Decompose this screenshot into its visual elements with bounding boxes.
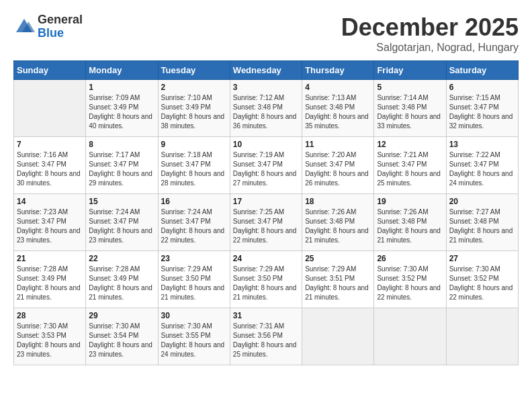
day-detail: Sunrise: 7:31 AMSunset: 3:56 PMDaylight:… xyxy=(233,322,299,359)
calendar-cell: 2Sunrise: 7:10 AMSunset: 3:49 PMDaylight… xyxy=(158,80,230,137)
day-number: 31 xyxy=(233,311,299,320)
calendar-cell: 20Sunrise: 7:27 AMSunset: 3:48 PMDayligh… xyxy=(446,194,518,251)
day-number: 12 xyxy=(377,140,443,149)
day-number: 14 xyxy=(17,197,83,206)
logo-text: General Blue xyxy=(38,13,83,40)
day-number: 9 xyxy=(161,140,227,149)
column-header-wednesday: Wednesday xyxy=(230,61,302,80)
title-block: December 2025 Salgotarjan, Nograd, Hunga… xyxy=(341,13,519,54)
calendar-cell: 21Sunrise: 7:28 AMSunset: 3:49 PMDayligh… xyxy=(14,251,86,308)
calendar-cell: 10Sunrise: 7:19 AMSunset: 3:47 PMDayligh… xyxy=(230,137,302,194)
calendar-cell: 24Sunrise: 7:29 AMSunset: 3:50 PMDayligh… xyxy=(230,251,302,308)
calendar-cell: 28Sunrise: 7:30 AMSunset: 3:53 PMDayligh… xyxy=(14,308,86,365)
calendar-cell: 12Sunrise: 7:21 AMSunset: 3:47 PMDayligh… xyxy=(374,137,446,194)
day-detail: Sunrise: 7:24 AMSunset: 3:47 PMDaylight:… xyxy=(89,208,154,245)
day-number: 10 xyxy=(233,140,299,149)
calendar-cell: 27Sunrise: 7:30 AMSunset: 3:52 PMDayligh… xyxy=(446,251,518,308)
day-detail: Sunrise: 7:17 AMSunset: 3:47 PMDaylight:… xyxy=(89,150,154,188)
day-detail: Sunrise: 7:29 AMSunset: 3:51 PMDaylight:… xyxy=(305,265,371,302)
day-number: 18 xyxy=(305,197,371,206)
calendar-cell: 5Sunrise: 7:14 AMSunset: 3:48 PMDaylight… xyxy=(374,80,446,137)
calendar-cell: 25Sunrise: 7:29 AMSunset: 3:51 PMDayligh… xyxy=(302,251,374,308)
page-header: General Blue December 2025 Salgotarjan, … xyxy=(13,13,519,54)
calendar-cell: 26Sunrise: 7:30 AMSunset: 3:52 PMDayligh… xyxy=(374,251,446,308)
calendar-cell: 9Sunrise: 7:18 AMSunset: 3:47 PMDaylight… xyxy=(158,137,230,194)
day-number: 11 xyxy=(305,140,371,149)
calendar-week-row: 1Sunrise: 7:09 AMSunset: 3:49 PMDaylight… xyxy=(14,80,519,137)
calendar-cell xyxy=(374,308,446,365)
day-detail: Sunrise: 7:30 AMSunset: 3:52 PMDaylight:… xyxy=(449,265,515,302)
calendar-cell: 29Sunrise: 7:30 AMSunset: 3:54 PMDayligh… xyxy=(86,308,158,365)
day-number: 2 xyxy=(161,83,227,92)
day-number: 27 xyxy=(449,254,515,263)
column-header-tuesday: Tuesday xyxy=(158,61,230,80)
calendar-cell: 31Sunrise: 7:31 AMSunset: 3:56 PMDayligh… xyxy=(230,308,302,365)
calendar-table: SundayMondayTuesdayWednesdayThursdayFrid… xyxy=(13,60,519,365)
calendar-cell xyxy=(446,308,518,365)
day-number: 19 xyxy=(377,197,443,206)
day-detail: Sunrise: 7:25 AMSunset: 3:47 PMDaylight:… xyxy=(233,208,299,245)
column-header-monday: Monday xyxy=(86,61,158,80)
day-number: 30 xyxy=(161,311,227,320)
day-number: 17 xyxy=(233,197,299,206)
calendar-cell: 11Sunrise: 7:20 AMSunset: 3:47 PMDayligh… xyxy=(302,137,374,194)
day-number: 29 xyxy=(89,311,154,320)
day-detail: Sunrise: 7:15 AMSunset: 3:47 PMDaylight:… xyxy=(449,93,515,131)
calendar-cell: 14Sunrise: 7:23 AMSunset: 3:47 PMDayligh… xyxy=(14,194,86,251)
day-number: 28 xyxy=(17,311,83,320)
calendar-cell: 13Sunrise: 7:22 AMSunset: 3:47 PMDayligh… xyxy=(446,137,518,194)
calendar-cell: 19Sunrise: 7:26 AMSunset: 3:48 PMDayligh… xyxy=(374,194,446,251)
day-number: 4 xyxy=(305,83,371,92)
calendar-cell: 22Sunrise: 7:28 AMSunset: 3:49 PMDayligh… xyxy=(86,251,158,308)
day-number: 21 xyxy=(17,254,83,263)
calendar-cell: 3Sunrise: 7:12 AMSunset: 3:48 PMDaylight… xyxy=(230,80,302,137)
day-detail: Sunrise: 7:27 AMSunset: 3:48 PMDaylight:… xyxy=(449,208,515,245)
logo-icon xyxy=(13,16,35,38)
day-detail: Sunrise: 7:23 AMSunset: 3:47 PMDaylight:… xyxy=(17,208,83,245)
calendar-cell xyxy=(14,80,86,137)
day-number: 6 xyxy=(449,83,515,92)
day-number: 1 xyxy=(89,83,154,92)
day-detail: Sunrise: 7:14 AMSunset: 3:48 PMDaylight:… xyxy=(377,93,443,131)
calendar-cell: 4Sunrise: 7:13 AMSunset: 3:48 PMDaylight… xyxy=(302,80,374,137)
day-detail: Sunrise: 7:28 AMSunset: 3:49 PMDaylight:… xyxy=(17,265,83,302)
calendar-cell: 15Sunrise: 7:24 AMSunset: 3:47 PMDayligh… xyxy=(86,194,158,251)
column-header-friday: Friday xyxy=(374,61,446,80)
calendar-cell: 23Sunrise: 7:29 AMSunset: 3:50 PMDayligh… xyxy=(158,251,230,308)
day-detail: Sunrise: 7:13 AMSunset: 3:48 PMDaylight:… xyxy=(305,93,371,131)
column-header-sunday: Sunday xyxy=(14,61,86,80)
calendar-cell: 1Sunrise: 7:09 AMSunset: 3:49 PMDaylight… xyxy=(86,80,158,137)
calendar-cell: 7Sunrise: 7:16 AMSunset: 3:47 PMDaylight… xyxy=(14,137,86,194)
day-number: 23 xyxy=(161,254,227,263)
day-detail: Sunrise: 7:09 AMSunset: 3:49 PMDaylight:… xyxy=(89,93,154,131)
day-detail: Sunrise: 7:29 AMSunset: 3:50 PMDaylight:… xyxy=(161,265,227,302)
calendar-cell: 6Sunrise: 7:15 AMSunset: 3:47 PMDaylight… xyxy=(446,80,518,137)
day-number: 3 xyxy=(233,83,299,92)
calendar-cell xyxy=(302,308,374,365)
calendar-week-row: 28Sunrise: 7:30 AMSunset: 3:53 PMDayligh… xyxy=(14,308,519,365)
calendar-cell: 16Sunrise: 7:24 AMSunset: 3:47 PMDayligh… xyxy=(158,194,230,251)
day-number: 7 xyxy=(17,140,83,149)
calendar-cell: 18Sunrise: 7:26 AMSunset: 3:48 PMDayligh… xyxy=(302,194,374,251)
day-number: 24 xyxy=(233,254,299,263)
day-detail: Sunrise: 7:30 AMSunset: 3:54 PMDaylight:… xyxy=(89,322,154,359)
calendar-cell: 30Sunrise: 7:30 AMSunset: 3:55 PMDayligh… xyxy=(158,308,230,365)
day-detail: Sunrise: 7:22 AMSunset: 3:47 PMDaylight:… xyxy=(449,150,515,188)
day-number: 15 xyxy=(89,197,154,206)
calendar-cell: 8Sunrise: 7:17 AMSunset: 3:47 PMDaylight… xyxy=(86,137,158,194)
day-detail: Sunrise: 7:26 AMSunset: 3:48 PMDaylight:… xyxy=(377,208,443,245)
day-detail: Sunrise: 7:26 AMSunset: 3:48 PMDaylight:… xyxy=(305,208,371,245)
day-detail: Sunrise: 7:18 AMSunset: 3:47 PMDaylight:… xyxy=(161,150,227,188)
calendar-week-row: 7Sunrise: 7:16 AMSunset: 3:47 PMDaylight… xyxy=(14,137,519,194)
day-number: 5 xyxy=(377,83,443,92)
day-number: 25 xyxy=(305,254,371,263)
location-subtitle: Salgotarjan, Nograd, Hungary xyxy=(341,42,519,54)
day-detail: Sunrise: 7:19 AMSunset: 3:47 PMDaylight:… xyxy=(233,150,299,188)
month-title: December 2025 xyxy=(341,13,519,42)
logo-blue: Blue xyxy=(38,27,83,40)
day-detail: Sunrise: 7:12 AMSunset: 3:48 PMDaylight:… xyxy=(233,93,299,131)
day-detail: Sunrise: 7:30 AMSunset: 3:52 PMDaylight:… xyxy=(377,265,443,302)
day-number: 20 xyxy=(449,197,515,206)
day-number: 13 xyxy=(449,140,515,149)
day-number: 22 xyxy=(89,254,154,263)
